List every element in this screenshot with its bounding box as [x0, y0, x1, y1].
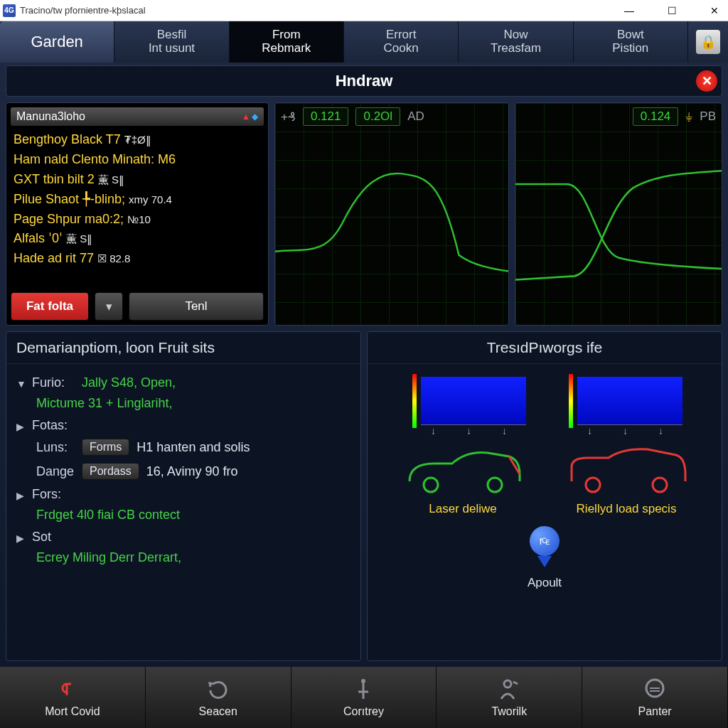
details-panel: Demarianptiom, loon Fruit sits ▼Furio:Ja…: [6, 331, 361, 661]
console-panel: Manuna3loho ▲◆ Bengthoy Black T7 ₮‡Ø‖ Ha…: [6, 102, 269, 326]
tab-2[interactable]: ErrortCookn: [344, 21, 459, 63]
bottom-tworilk[interactable]: Tworilk: [437, 667, 582, 728]
note-icon: [61, 677, 84, 702]
page-title-bar: Hndraw ✕: [6, 65, 722, 97]
console-line: Page Shpur ma0:2; №10: [14, 210, 261, 230]
bottom-seacen[interactable]: Seacen: [146, 667, 291, 728]
minimize-button[interactable]: —: [619, 1, 640, 21]
tab-3[interactable]: NowTreasfam: [459, 21, 573, 63]
main-tabs: Garden BesfilInt usunt FromRebmark Error…: [0, 21, 728, 63]
close-panel-button[interactable]: ✕: [696, 70, 717, 92]
brand-tab[interactable]: Garden: [0, 21, 114, 63]
console-lines: Bengthoy Black T7 ₮‡Ø‖ Ham nald Clento M…: [11, 126, 264, 288]
console-line: Alfals ˈ0ˈ 薫 S‖: [14, 229, 261, 249]
console-header-icon: ▲◆: [242, 112, 258, 122]
tres-title: TresıdPıworgs ife: [368, 332, 722, 364]
titlebar: 4G Tracino/tw pfornientre-kþslacal — ☐ ✕: [0, 0, 728, 21]
bottom-cortrey[interactable]: Corıtrey: [291, 667, 437, 728]
tab-0[interactable]: BesfilInt usunt: [114, 21, 229, 63]
console-line: Bengthoy Black T7 ₮‡Ø‖: [14, 130, 261, 150]
chat-icon: [643, 677, 667, 702]
bottom-bar: Mort Covid Seacen Corıtrey Tworilk Pante…: [0, 667, 728, 728]
pin-label: Apoult: [528, 576, 562, 590]
close-window-button[interactable]: ✕: [704, 1, 725, 21]
pin-small-icon: [353, 677, 374, 702]
car-left[interactable]: Laser deliwe: [402, 442, 523, 516]
car-right[interactable]: Riellyd load specis: [566, 442, 687, 516]
tab-1[interactable]: FromRebmark: [230, 21, 344, 63]
scope-right[interactable]: 0.124 ⏚ PB: [515, 102, 722, 326]
caret-down-icon[interactable]: ▼: [16, 378, 26, 390]
maximize-button[interactable]: ☐: [661, 1, 682, 21]
pin-icon[interactable]: f₠: [530, 526, 560, 567]
bottom-mort[interactable]: Mort Covid: [0, 667, 146, 728]
person-icon: [498, 677, 520, 702]
fat-folta-button[interactable]: Fat folta: [11, 292, 89, 321]
console-line: Hade ad rit 77 ☒ 82.8: [14, 249, 261, 269]
lock-icon[interactable]: 🔒: [696, 30, 720, 54]
refresh-icon: [206, 677, 230, 702]
tenl-button[interactable]: Tenl: [129, 292, 264, 321]
console-line: Pilue Shaot ╄-blinb; xmy 70.4: [14, 190, 261, 210]
dropdown-button[interactable]: ▾: [95, 292, 123, 321]
page-title: Hndraw: [336, 72, 393, 90]
svg-point-0: [361, 679, 365, 683]
tres-panel: TresıdPıworgs ife ↓↓↓ ↓↓↓ Laser deli: [367, 331, 722, 661]
scope-left[interactable]: +₰ 0.121 0.2Ol AD: [274, 102, 509, 326]
pordass-pill[interactable]: Pordass: [82, 463, 139, 480]
caret-right-icon[interactable]: ▶: [16, 532, 26, 544]
console-line: Ham nald Clento Minath: M6: [14, 150, 261, 170]
mini-chart-left: ↓↓↓: [402, 371, 530, 435]
bottom-panter[interactable]: Panter: [582, 667, 728, 728]
svg-point-1: [504, 680, 511, 687]
app-icon: 4G: [3, 4, 16, 17]
window-title: Tracino/tw pfornientre-kþslacal: [20, 5, 619, 16]
caret-right-icon[interactable]: ▶: [16, 421, 26, 432]
forms-pill[interactable]: Forms: [82, 439, 129, 456]
mini-chart-right: ↓↓↓: [559, 371, 687, 435]
console-line: GXT tbin bilt 2 薫 S‖: [14, 170, 261, 190]
console-header: Manuna3loho ▲◆: [11, 107, 264, 126]
caret-right-icon[interactable]: ▶: [16, 490, 26, 501]
tab-4[interactable]: BowtPistion: [574, 21, 688, 63]
details-title: Demarianptiom, loon Fruit sits: [6, 332, 360, 364]
